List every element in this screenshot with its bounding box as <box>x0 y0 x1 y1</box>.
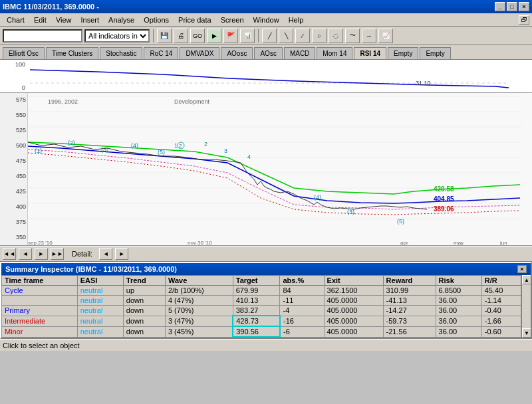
tab-dmvadx[interactable]: DMVADX <box>180 47 219 59</box>
wave-cell: 5 (70%) <box>165 306 233 316</box>
flag-button[interactable]: 🚩 <box>223 29 238 43</box>
tab-mom14[interactable]: Mom 14 <box>317 47 352 59</box>
go-button[interactable]: GO <box>190 29 205 43</box>
scroll-up-button[interactable]: ▲ <box>522 275 531 284</box>
menu-window[interactable]: Window <box>249 15 283 25</box>
abs-pct-cell: -11 <box>280 296 324 306</box>
tab-empty-2[interactable]: Empty <box>420 47 450 59</box>
svg-text:2: 2 <box>204 141 207 148</box>
timeframe-cell: Minor <box>2 326 78 337</box>
table-row: Minor neutral down 3 (45%) 390.56 -6 405… <box>2 326 521 337</box>
risk-cell: 36.00 <box>436 326 481 337</box>
search-input[interactable] <box>3 29 82 43</box>
menu-price-data[interactable]: Price data <box>174 15 215 25</box>
close-button[interactable]: × <box>519 2 529 11</box>
exit-cell: 405.0000 <box>324 296 383 306</box>
menu-view[interactable]: View <box>52 15 76 25</box>
y-label-450: 450 <box>16 173 26 179</box>
toolbar: All indicators in 💾 🖨 GO ▶ 🚩 📊 ╱ ╲ ∕ ○ ◌… <box>0 27 532 45</box>
tab-aosc[interactable]: AOsc <box>254 47 282 59</box>
menu-chart[interactable]: Chart <box>3 15 29 25</box>
abs-pct-cell: -6 <box>280 326 324 337</box>
svg-text:sep 23 '10: sep 23 '10 <box>28 240 53 246</box>
col-abs-pct: abs.% <box>280 276 324 286</box>
col-trend: Trend <box>123 276 165 286</box>
tab-rsi14[interactable]: RSI 14 <box>354 47 386 59</box>
window-controls: _ □ × <box>495 2 529 11</box>
wave-cell: 2/b (100%) <box>165 286 233 296</box>
abs-pct-cell: -4 <box>280 306 324 316</box>
scroll-down-button[interactable]: ▼ <box>522 328 531 338</box>
col-easi: EASI <box>77 276 123 286</box>
nav-next-button[interactable]: ► <box>35 248 48 260</box>
detail-forward-button[interactable]: ► <box>115 248 128 260</box>
scrollbar-right[interactable]: ▲ ▼ <box>521 275 531 338</box>
arc-tool[interactable]: ◌ <box>329 29 343 43</box>
svg-text:1: 1 <box>174 142 178 149</box>
detail-back-button[interactable]: ◄ <box>99 248 112 260</box>
line-tool-1[interactable]: ╱ <box>262 29 277 43</box>
menu-screen[interactable]: Screen <box>217 15 248 25</box>
export-button[interactable]: 📊 <box>240 29 255 43</box>
menu-insert[interactable]: Insert <box>77 15 104 25</box>
rsi-chart-svg: 31.10 <box>30 60 522 93</box>
save-button[interactable]: 💾 <box>157 29 172 43</box>
col-reward: Reward <box>383 276 436 286</box>
target-cell: 410.13 <box>233 296 280 306</box>
exit-cell: 362.1500 <box>324 286 383 296</box>
circle-tool[interactable]: ○ <box>312 29 327 43</box>
risk-cell: 36.00 <box>436 296 481 306</box>
svg-text:(3): (3) <box>347 209 354 215</box>
reward-cell: -41.13 <box>383 296 436 306</box>
line-tool-2[interactable]: ╲ <box>279 29 293 43</box>
tab-time-clusters[interactable]: Time Clusters <box>46 47 98 59</box>
easi-cell: neutral <box>77 296 123 306</box>
nav-prev-button[interactable]: ◄ <box>19 248 32 260</box>
risk-cell: 36.00 <box>436 316 481 326</box>
wave-tool[interactable]: 〜 <box>345 29 360 43</box>
reward-cell: -14.27 <box>383 306 436 316</box>
maximize-button[interactable]: □ <box>507 2 517 11</box>
menu-analyse[interactable]: Analyse <box>104 15 138 25</box>
rr-cell: -0.60 <box>481 326 521 337</box>
timeframe-label: Intermediate <box>5 317 45 325</box>
svg-text:404.85: 404.85 <box>434 195 454 203</box>
line-tool-4[interactable]: ─ <box>362 29 376 43</box>
line-tool-3[interactable]: ∕ <box>295 29 310 43</box>
chart-type-button[interactable]: 📈 <box>378 29 393 43</box>
target-cell-highlighted: 390.56 <box>233 326 280 337</box>
nav-first-button[interactable]: ◄◄ <box>3 248 16 260</box>
print-button[interactable]: 🖨 <box>174 29 188 43</box>
tab-empty-1[interactable]: Empty <box>388 47 418 59</box>
nav-last-button[interactable]: ►► <box>51 248 64 260</box>
title-bar: IBMC 11/03/2011, 369.0000 - _ □ × <box>0 0 532 13</box>
minimize-button[interactable]: _ <box>495 2 505 11</box>
col-risk: Risk <box>436 276 481 286</box>
trend-cell: down <box>123 306 165 316</box>
nav-bar: ◄◄ ◄ ► ►► Detail: ◄ ► <box>0 246 532 262</box>
indicator-select[interactable]: All indicators in <box>84 29 150 43</box>
exit-cell: 405.0000 <box>324 316 383 326</box>
replay-button[interactable]: ▶ <box>207 29 221 43</box>
tab-roc14[interactable]: RoC 14 <box>144 47 178 59</box>
svg-text:420.58: 420.58 <box>434 185 454 193</box>
tab-elliott-osc[interactable]: Elliott Osc <box>3 47 45 59</box>
summary-inspector-titlebar: Summary Inspector (IBMC - 11/03/2011, 36… <box>1 263 531 275</box>
svg-text:(3): (3) <box>101 146 108 153</box>
menu-help[interactable]: Help <box>285 15 308 25</box>
tab-aoosc[interactable]: AOosc <box>221 47 253 59</box>
rsi-y-max: 100 <box>15 61 25 68</box>
col-rr: R/R <box>481 276 521 286</box>
tab-macd[interactable]: MACD <box>284 47 315 59</box>
easi-cell: neutral <box>77 286 123 296</box>
svg-text:(5): (5) <box>397 218 404 225</box>
scroll-thumb <box>522 284 531 328</box>
menu-options[interactable]: Options <box>140 15 173 25</box>
summary-inspector-close[interactable]: × <box>517 265 527 273</box>
menu-restore-button[interactable]: 🗗 <box>519 15 529 25</box>
table-row: Cycle neutral up 2/b (100%) 679.99 84 36… <box>2 286 521 296</box>
menu-edit[interactable]: Edit <box>30 15 51 25</box>
exit-cell: 405.0000 <box>324 326 383 337</box>
y-label-550: 550 <box>16 112 26 118</box>
tab-stochastic[interactable]: Stochastic <box>100 47 142 59</box>
